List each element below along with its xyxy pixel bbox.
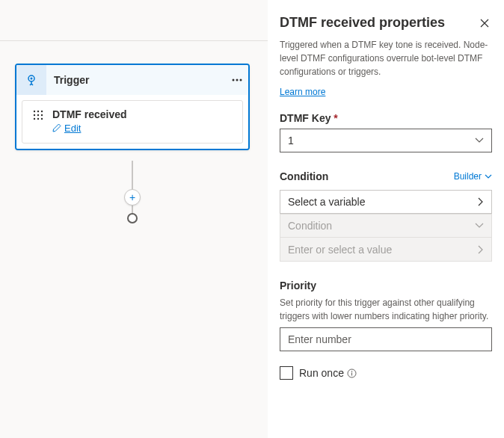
add-node-button[interactable]: + [124, 189, 141, 206]
panel-description: Triggered when a DTMF key tone is receiv… [280, 38, 492, 78]
svg-point-4 [240, 79, 242, 81]
svg-point-13 [41, 118, 43, 120]
svg-rect-16 [351, 372, 352, 375]
pencil-icon [52, 123, 61, 132]
condition-variable-select[interactable]: Select a variable [280, 190, 492, 214]
condition-label: Condition [280, 170, 328, 182]
chevron-down-icon [475, 138, 484, 144]
priority-input[interactable] [280, 327, 492, 351]
trigger-icon [16, 65, 46, 95]
dtmf-key-label: DTMF Key * [280, 112, 492, 124]
svg-point-1 [31, 78, 33, 80]
chevron-down-icon [485, 174, 492, 179]
priority-label: Priority [280, 280, 492, 292]
trigger-event-card[interactable]: DTMF received Edit [22, 100, 243, 144]
edit-label: Edit [64, 123, 81, 134]
condition-operator-select: Condition [280, 214, 492, 238]
run-once-label: Run once [299, 367, 357, 379]
svg-point-15 [351, 371, 353, 372]
trigger-event-title: DTMF received [52, 108, 233, 120]
edit-trigger-link[interactable]: Edit [52, 123, 81, 134]
info-icon[interactable] [347, 368, 357, 378]
trigger-node[interactable]: Trigger DTMF received Edit [15, 64, 250, 150]
svg-point-5 [34, 111, 35, 112]
chevron-down-icon [475, 223, 484, 229]
panel-title: DTMF received properties [280, 15, 445, 31]
run-once-checkbox[interactable] [280, 366, 293, 380]
svg-point-6 [37, 111, 39, 112]
condition-builder: Select a variable Condition Enter or sel… [280, 190, 492, 262]
node-title: Trigger [46, 74, 226, 86]
priority-helper-text: Set priority for this trigger against ot… [280, 296, 492, 323]
svg-point-11 [34, 118, 35, 120]
required-asterisk: * [334, 112, 337, 124]
flow-end-marker [127, 213, 138, 223]
dtmf-key-value: 1 [288, 135, 294, 146]
svg-point-3 [236, 79, 239, 81]
svg-point-9 [37, 114, 39, 116]
svg-point-7 [41, 111, 43, 112]
condition-value-select: Enter or select a value [280, 238, 492, 262]
node-body: DTMF received Edit [16, 95, 248, 149]
close-panel-button[interactable] [477, 16, 492, 31]
learn-more-link[interactable]: Learn more [280, 87, 325, 97]
svg-point-2 [233, 79, 235, 81]
node-header: Trigger [16, 65, 248, 95]
dialpad-icon [31, 108, 45, 122]
svg-point-8 [34, 114, 35, 116]
dtmf-key-select[interactable]: 1 [280, 129, 492, 152]
svg-point-10 [41, 114, 43, 116]
svg-point-12 [37, 118, 39, 120]
chevron-right-icon [478, 245, 484, 254]
flow-canvas: Trigger DTMF received Edit + [0, 40, 268, 438]
node-overflow-menu[interactable] [226, 65, 248, 95]
close-icon [480, 19, 489, 28]
chevron-right-icon [478, 197, 484, 206]
properties-panel: DTMF received properties Triggered when … [268, 0, 504, 438]
builder-label: Builder [454, 171, 482, 182]
condition-mode-toggle[interactable]: Builder [454, 171, 492, 182]
